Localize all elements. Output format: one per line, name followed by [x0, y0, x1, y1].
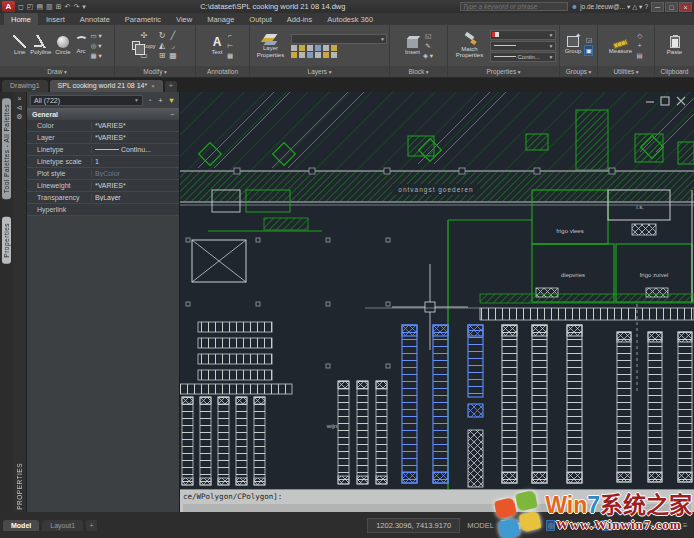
copy-button[interactable]: Copy: [132, 41, 155, 50]
palette-close-icon[interactable]: ×: [17, 94, 21, 103]
command-line[interactable]: ce/WPolygon/CPolygon]:: [180, 489, 694, 512]
layer-freeze-icon[interactable]: [307, 45, 313, 51]
ortho-toggle-icon[interactable]: ∟: [535, 521, 543, 530]
layer-match-icon[interactable]: [323, 45, 329, 51]
arc-button[interactable]: Arc: [74, 36, 89, 55]
panel-label-draw[interactable]: Draw: [0, 66, 114, 77]
lineweight-toggle-icon[interactable]: ▣: [602, 520, 612, 531]
tab-manage[interactable]: Manage: [200, 13, 241, 25]
paste-button[interactable]: Paste: [666, 36, 683, 56]
move-icon[interactable]: ✣: [132, 31, 155, 40]
model-space-toggle[interactable]: MODEL: [463, 519, 498, 532]
model-space-viewport[interactable]: ontvangst goederen i.s.: [180, 92, 694, 489]
new-icon[interactable]: ◻: [18, 3, 24, 11]
user-menu-arrow-icon[interactable]: ▾: [627, 3, 630, 11]
maximize-button[interactable]: □: [665, 2, 678, 12]
id-point-icon[interactable]: ◇: [635, 31, 644, 40]
tab-insert[interactable]: Insert: [39, 13, 72, 25]
model-tab[interactable]: Model: [3, 520, 39, 531]
search-input[interactable]: [460, 2, 568, 11]
property-row-layer[interactable]: Layer*VARIES*: [27, 132, 179, 144]
hatch-icon[interactable]: ▦ ▾: [91, 51, 102, 60]
group-button[interactable]: Group: [564, 36, 583, 55]
group-edit-icon[interactable]: ▣: [584, 45, 593, 56]
ellipse-icon[interactable]: ◎ ▾: [91, 41, 102, 50]
panel-label-properties[interactable]: Properties: [448, 66, 559, 77]
object-color-dropdown[interactable]: ▼: [490, 30, 556, 40]
ungroup-icon[interactable]: ◲: [584, 35, 593, 44]
palette-settings-icon[interactable]: ⚙: [16, 112, 22, 121]
saveas-icon[interactable]: ▥: [46, 3, 53, 11]
polyline-button[interactable]: Polyline: [29, 35, 52, 56]
property-row-transparency[interactable]: TransparencyByLayer: [27, 192, 179, 204]
property-row-linetype[interactable]: LinetypeContinu...: [27, 144, 179, 156]
insert-block-button[interactable]: Insert: [404, 36, 421, 56]
create-block-icon[interactable]: ◱: [423, 31, 433, 40]
leader-icon[interactable]: ⌐: [226, 31, 235, 40]
line-button[interactable]: Line: [12, 35, 27, 56]
panel-label-annotation[interactable]: Annotation: [196, 66, 249, 77]
tab-view[interactable]: View: [169, 13, 199, 25]
layer-properties-button[interactable]: Layer Properties: [252, 33, 289, 58]
tab-output[interactable]: Output: [242, 13, 279, 25]
snap-toggle-icon[interactable]: ▥: [513, 521, 521, 530]
annotation-scale-menu-icon[interactable]: ▾: [637, 521, 645, 530]
layer-current-icon[interactable]: [331, 45, 337, 51]
property-row-hyperlink[interactable]: Hyperlink: [27, 204, 179, 216]
rotate-icon[interactable]: ↻: [158, 31, 167, 40]
open-icon[interactable]: ◰: [27, 3, 34, 11]
tab-parametric[interactable]: Parametric: [118, 13, 168, 25]
table-icon[interactable]: ▦: [226, 51, 235, 60]
dimension-icon[interactable]: ⊢: [226, 41, 235, 50]
trim-icon[interactable]: ╱: [169, 31, 178, 40]
collapse-section-icon[interactable]: −: [170, 111, 174, 118]
osnap-menu-icon[interactable]: ▾: [580, 521, 588, 530]
layer-off-icon[interactable]: [291, 45, 297, 51]
tool-palettes-anchor-tab[interactable]: Tool Palettes - All Palettes: [2, 98, 11, 199]
plot-icon[interactable]: ⊞: [56, 3, 62, 11]
edit-block-icon[interactable]: ✎: [423, 41, 433, 50]
properties-anchor-tab[interactable]: Properties: [2, 217, 11, 264]
panel-label-layers[interactable]: Layers: [250, 66, 389, 77]
layer-dropdown[interactable]: ▼: [291, 34, 387, 44]
minimize-button[interactable]: ─: [651, 2, 664, 12]
scale-icon[interactable]: ⊞: [158, 51, 167, 60]
property-row-linetype-scale[interactable]: Linetype scale1: [27, 156, 179, 168]
layer-lock-icon[interactable]: [315, 45, 321, 51]
save-icon[interactable]: ▤: [36, 3, 43, 11]
text-button[interactable]: AText: [210, 36, 223, 56]
measure-button[interactable]: Measure: [608, 37, 633, 55]
autoscale-icon[interactable]: ⋀: [626, 521, 634, 530]
redo-icon[interactable]: ↷: [73, 3, 79, 11]
signin-area[interactable]: ☻ jo.de.leeuw@... ▾ △ ▾ ?: [571, 3, 648, 11]
linetype-dropdown[interactable]: Contin...▼: [490, 52, 556, 62]
array-icon[interactable]: ▦: [169, 51, 178, 60]
layer-prev-icon[interactable]: [323, 52, 329, 58]
layer-unisolate-icon[interactable]: [291, 52, 297, 58]
autocad-logo-icon[interactable]: A: [2, 1, 15, 12]
new-layout-button[interactable]: +: [86, 520, 97, 531]
tab-annotate[interactable]: Annotate: [73, 13, 117, 25]
circle-button[interactable]: Circle: [54, 36, 71, 56]
block-attrs-icon[interactable]: ◈ ▾: [423, 51, 433, 60]
doc-tab-spl-cooking-world[interactable]: SPL cooking world 21 08 14* ×: [50, 80, 163, 92]
point-icon[interactable]: +: [635, 41, 644, 50]
tab-addins[interactable]: Add-ins: [280, 13, 319, 25]
layer-tools-row1[interactable]: [291, 45, 387, 51]
tab-home[interactable]: Home: [4, 13, 38, 25]
isolate-objects-icon[interactable]: ◫: [670, 521, 678, 530]
selection-filter-dropdown[interactable]: All (722) ▼: [30, 95, 143, 106]
property-row-plot-style[interactable]: Plot styleByColor: [27, 168, 179, 180]
doc-tab-drawing1[interactable]: Drawing1: [2, 80, 48, 92]
layout1-tab[interactable]: Layout1: [42, 520, 83, 531]
panel-label-block[interactable]: Block: [390, 66, 447, 77]
section-general[interactable]: General −: [27, 108, 179, 120]
osnap-toggle-icon[interactable]: ╲: [569, 521, 577, 530]
palette-autohide-icon[interactable]: ⊲: [17, 103, 23, 112]
panel-label-clipboard[interactable]: Clipboard: [655, 66, 694, 77]
a360-icon[interactable]: △ ▾: [632, 3, 642, 11]
new-drawing-tab-button[interactable]: +: [165, 81, 177, 92]
property-row-lineweight[interactable]: Lineweight*VARIES*: [27, 180, 179, 192]
layer-walk-icon[interactable]: [315, 52, 321, 58]
tab-autodesk360[interactable]: Autodesk 360: [320, 13, 380, 25]
